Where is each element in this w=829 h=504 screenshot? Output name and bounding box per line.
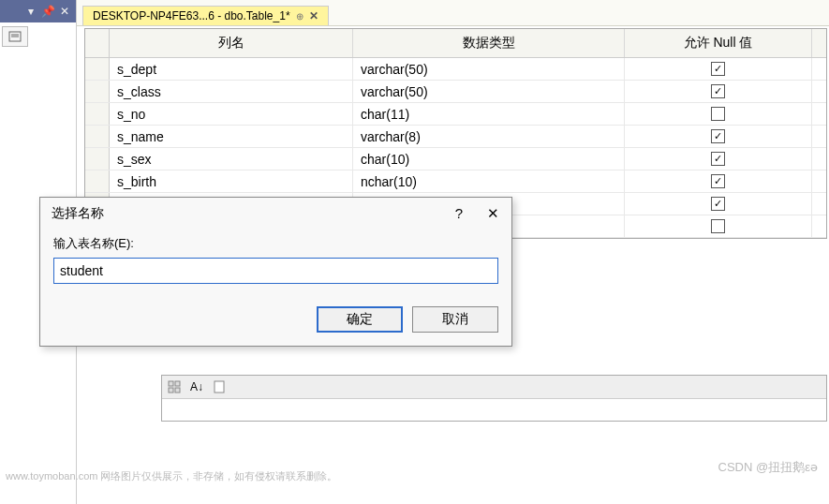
header-column-name: 列名 — [110, 29, 353, 57]
allow-null-checkbox[interactable] — [711, 107, 725, 121]
allow-null-checkbox[interactable] — [711, 219, 725, 233]
tab-bar: DESKTOP-NP4FE63...6 - dbo.Table_1* ⊕ ✕ — [77, 0, 829, 26]
row-selector[interactable] — [85, 126, 110, 147]
header-allow-null: 允许 Null 值 — [625, 29, 812, 57]
allow-null-cell[interactable] — [625, 215, 812, 237]
cancel-button[interactable]: 取消 — [412, 306, 498, 333]
choose-name-dialog: 选择名称 ? ✕ 输入表名称(E): 确定 取消 — [39, 197, 512, 347]
row-selector[interactable] — [85, 148, 110, 170]
categorized-icon[interactable] — [164, 378, 185, 396]
tab-title: DESKTOP-NP4FE63...6 - dbo.Table_1* — [93, 9, 290, 22]
svg-rect-7 — [215, 381, 224, 393]
document-tab[interactable]: DESKTOP-NP4FE63...6 - dbo.Table_1* ⊕ ✕ — [82, 6, 329, 25]
tab-pin-icon[interactable]: ⊕ — [296, 11, 303, 22]
table-row[interactable]: s_sexchar(10)✓ — [85, 148, 826, 170]
data-type-cell[interactable]: varchar(50) — [353, 81, 625, 102]
allow-null-cell[interactable]: ✓ — [625, 148, 812, 170]
data-type-cell[interactable]: nchar(10) — [353, 170, 625, 192]
dialog-title-buttons: ? ✕ — [452, 205, 500, 222]
watermark-left: www.toymoban.com 网络图片仅供展示，非存储，如有侵权请联系删除。 — [6, 469, 337, 483]
allow-null-cell[interactable]: ✓ — [625, 58, 812, 80]
ok-button[interactable]: 确定 — [317, 306, 403, 333]
table-name-label: 输入表名称(E): — [53, 235, 498, 252]
tab-close-icon[interactable]: ✕ — [309, 9, 318, 22]
table-row[interactable]: s_classvarchar(50)✓ — [85, 81, 826, 103]
allow-null-checkbox[interactable]: ✓ — [711, 174, 725, 188]
row-selector[interactable] — [85, 58, 110, 80]
allow-null-checkbox[interactable]: ✓ — [711, 84, 725, 98]
allow-null-checkbox[interactable]: ✓ — [711, 129, 725, 143]
svg-rect-5 — [169, 388, 173, 393]
svg-rect-3 — [169, 381, 173, 386]
table-row[interactable]: s_deptvarchar(50)✓ — [85, 58, 826, 81]
dialog-button-row: 确定 取消 — [40, 299, 511, 346]
column-name-cell[interactable]: s_birth — [110, 170, 353, 192]
allow-null-checkbox[interactable]: ✓ — [711, 62, 725, 76]
properties-toolbar: A↓ — [162, 376, 826, 399]
dialog-titlebar: 选择名称 ? ✕ — [40, 198, 511, 230]
dialog-body: 输入表名称(E): — [40, 230, 511, 299]
sidebar-header: ▾ 📌 ✕ — [0, 0, 76, 22]
allow-null-cell[interactable]: ✓ — [625, 170, 812, 192]
column-name-cell[interactable]: s_dept — [110, 58, 353, 80]
allow-null-cell[interactable]: ✓ — [625, 126, 812, 147]
dialog-title: 选择名称 — [52, 205, 104, 222]
header-selector — [85, 29, 110, 57]
row-selector[interactable] — [85, 170, 110, 192]
sidebar-toolbar — [0, 22, 76, 51]
alphabetical-icon[interactable]: A↓ — [186, 378, 207, 396]
data-type-cell[interactable]: varchar(8) — [353, 126, 625, 147]
data-type-cell[interactable]: char(10) — [353, 148, 625, 170]
column-name-cell[interactable]: s_no — [110, 103, 353, 125]
table-row[interactable]: s_namevarchar(8)✓ — [85, 126, 826, 148]
svg-rect-6 — [175, 388, 180, 393]
row-selector[interactable] — [85, 103, 110, 125]
allow-null-cell[interactable]: ✓ — [625, 193, 812, 215]
properties-panel: A↓ — [161, 375, 827, 422]
allow-null-cell[interactable]: ✓ — [625, 81, 812, 102]
watermark-right: CSDN @扭扭鹅εə — [718, 459, 818, 476]
help-icon[interactable]: ? — [452, 205, 466, 222]
column-name-cell[interactable]: s_class — [110, 81, 353, 102]
data-type-cell[interactable]: char(11) — [353, 103, 625, 125]
table-name-input[interactable] — [53, 258, 498, 284]
allow-null-checkbox[interactable]: ✓ — [711, 197, 725, 211]
property-page-icon[interactable] — [209, 378, 229, 396]
header-data-type: 数据类型 — [353, 29, 625, 57]
pin-icon[interactable]: 📌 — [40, 4, 55, 19]
row-selector[interactable] — [85, 81, 110, 102]
column-name-cell[interactable]: s_sex — [110, 148, 353, 170]
dropdown-icon[interactable]: ▾ — [23, 4, 38, 19]
document-icon — [8, 31, 22, 42]
close-icon[interactable]: ✕ — [57, 4, 72, 19]
svg-rect-4 — [175, 381, 180, 386]
table-row[interactable]: s_birthnchar(10)✓ — [85, 170, 826, 193]
column-name-cell[interactable]: s_name — [110, 126, 353, 147]
data-type-cell[interactable]: varchar(50) — [353, 58, 625, 80]
allow-null-cell[interactable] — [625, 103, 812, 125]
sidebar-tool-button[interactable] — [2, 26, 28, 47]
allow-null-checkbox[interactable]: ✓ — [711, 152, 725, 166]
table-row[interactable]: s_nochar(11) — [85, 103, 826, 126]
table-header-row: 列名 数据类型 允许 Null 值 — [85, 29, 826, 58]
dialog-close-icon[interactable]: ✕ — [485, 205, 500, 222]
